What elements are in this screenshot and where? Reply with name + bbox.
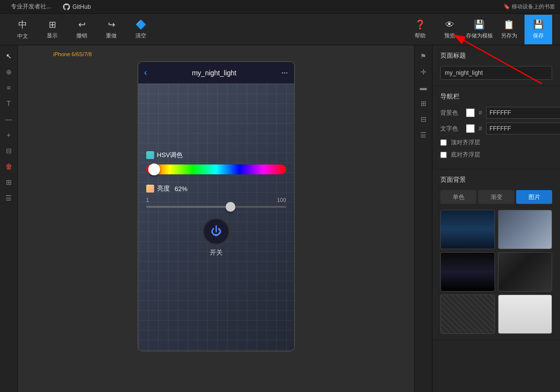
phone-title: my_night_light: [147, 69, 282, 77]
bg-thumb-4[interactable]: [498, 252, 553, 292]
undo-icon: ↩: [78, 19, 86, 30]
brightness-range: 1 100: [146, 197, 286, 203]
undo-button[interactable]: ↩ 撤销: [67, 15, 97, 44]
right-minus-icon[interactable]: ▬: [417, 81, 430, 95]
right-grid-icon[interactable]: ⊞: [417, 97, 430, 110]
main-area: ↖ ⊕ ≡ T — + ⊟ 🗑 ⊞ ☰ iPhone 6/6S/7/8 ‹ my…: [0, 45, 560, 392]
text-color-hex[interactable]: [486, 123, 560, 134]
tab-gradient[interactable]: 渐变: [478, 190, 514, 204]
hsv-section: HSV调色: [146, 151, 286, 174]
brightness-label: 亮度: [157, 184, 170, 193]
github-label: GitHub: [72, 3, 91, 10]
bg-color-label: 背景色: [440, 109, 462, 117]
display-button[interactable]: ⊞ 显示: [37, 15, 67, 44]
brightness-track: [146, 206, 230, 208]
bg-thumb-5[interactable]: [440, 294, 495, 334]
bg-tabs: 单色 渐变 图片: [440, 190, 552, 204]
redo-icon: ↪: [108, 19, 115, 30]
dev-tab[interactable]: 专业开发者社...: [5, 0, 57, 14]
bg-thumb-3[interactable]: [440, 252, 495, 292]
color-slider[interactable]: [146, 164, 286, 174]
canvas-area: iPhone 6/6S/7/8 ‹ my_night_light ··· HSV…: [18, 45, 414, 392]
right-list2-icon[interactable]: ☰: [417, 128, 430, 142]
sidebar-move-icon[interactable]: ⊕: [2, 65, 16, 79]
phone-more-button[interactable]: ···: [281, 68, 288, 77]
bg-color-swatch[interactable]: [466, 108, 475, 117]
bookmark-icon: 🔖: [503, 3, 510, 9]
clear-icon: 🔷: [135, 19, 146, 30]
save-template-button[interactable]: 💾 存储为模板: [465, 15, 493, 44]
display-icon: ⊞: [49, 19, 56, 30]
save-template-icon: 💾: [474, 19, 485, 30]
power-button[interactable]: ⏻: [202, 218, 230, 245]
bg-thumb-2[interactable]: [498, 210, 553, 249]
phone-content: HSV调色 亮度 62% 1 100: [138, 84, 294, 352]
sidebar-cursor-icon[interactable]: ↖: [2, 49, 16, 63]
text-color-swatch[interactable]: [466, 124, 475, 133]
right-flag-icon[interactable]: ⚑: [417, 49, 430, 63]
preview-icon: 👁: [445, 20, 454, 30]
device-label: iPhone 6/6S/7/8: [53, 51, 92, 57]
brightness-icon: [146, 185, 154, 193]
hsv-label: HSV调色: [157, 151, 183, 160]
redo-button[interactable]: ↪ 重做: [97, 15, 126, 44]
brightness-max: 100: [277, 197, 286, 203]
help-icon: ❓: [415, 19, 426, 30]
right-toolbar: ⚑ ✛ ▬ ⊞ ⊟ ☰: [414, 45, 432, 392]
bg-thumb-1[interactable]: [440, 210, 495, 249]
brightness-section: 亮度 62% 1 100: [146, 184, 286, 208]
sidebar-minus-icon[interactable]: —: [2, 112, 16, 126]
font-icon: 中: [18, 19, 27, 31]
top-float-row: 顶对齐浮层: [440, 138, 552, 147]
clear-button[interactable]: 🔷 清空: [126, 15, 156, 44]
hash-text: #: [479, 125, 482, 132]
top-float-checkbox[interactable]: [440, 139, 447, 146]
sidebar-trash-icon[interactable]: 🗑: [2, 160, 16, 173]
sidebar-align-icon[interactable]: ⊟: [2, 144, 16, 158]
nav-section: 导航栏 背景色 # 文字色 # 顶对齐浮层 底对齐浮层: [432, 86, 560, 169]
bottom-float-label: 底对齐浮层: [451, 151, 480, 159]
preview-button[interactable]: 👁 预览: [436, 15, 463, 44]
sidebar-columns-icon[interactable]: ⊞: [2, 175, 16, 189]
brightness-value: 62%: [175, 185, 188, 193]
bg-color-row: 背景色 #: [440, 107, 552, 119]
color-slider-thumb: [148, 163, 160, 175]
top-bar-right: 🔖 移动设备上的书签: [503, 3, 555, 10]
page-title-section: 页面标题: [432, 45, 560, 86]
dev-tab-label: 专业开发者社...: [11, 2, 51, 11]
save-icon: 💾: [533, 19, 544, 30]
brightness-min: 1: [146, 197, 149, 203]
bg-color-hex[interactable]: [486, 107, 560, 119]
right-columns2-icon[interactable]: ⊟: [417, 112, 430, 126]
hsv-cube-icon: [146, 151, 154, 159]
save-button[interactable]: 💾 保存: [525, 15, 552, 44]
github-tab[interactable]: GitHub: [57, 0, 97, 14]
bg-thumb-6[interactable]: [498, 294, 553, 334]
text-color-label: 文字色: [440, 125, 462, 133]
page-bg-heading: 页面背景: [440, 175, 552, 184]
bottom-float-checkbox[interactable]: [440, 152, 447, 158]
sidebar-text-icon[interactable]: T: [2, 97, 16, 110]
page-bg-section: 页面背景 单色 渐变 图片: [432, 169, 560, 340]
text-color-row: 文字色 #: [440, 123, 552, 134]
sidebar-list-icon[interactable]: ☰: [2, 191, 16, 205]
font-button[interactable]: 中 中文: [8, 15, 37, 44]
help-button[interactable]: ❓ 帮助: [406, 15, 434, 44]
page-title-heading: 页面标题: [440, 51, 552, 60]
tab-solid[interactable]: 单色: [440, 190, 476, 204]
left-sidebar: ↖ ⊕ ≡ T — + ⊟ 🗑 ⊞ ☰: [0, 45, 18, 392]
top-float-label: 顶对齐浮层: [451, 138, 480, 147]
hsv-title: HSV调色: [146, 151, 286, 160]
page-title-input[interactable]: [440, 66, 552, 80]
bg-image-grid: [440, 210, 552, 334]
tab-image[interactable]: 图片: [516, 190, 552, 204]
nav-heading: 导航栏: [440, 92, 552, 101]
top-bar: 专业开发者社... GitHub 🔖 移动设备上的书签: [0, 0, 560, 14]
right-cross-icon[interactable]: ✛: [417, 65, 430, 79]
sidebar-nav-icon[interactable]: ≡: [2, 81, 16, 95]
power-button-area: ⏻ 开关: [146, 218, 286, 257]
brightness-slider[interactable]: [146, 206, 286, 208]
sidebar-add-icon[interactable]: +: [2, 128, 16, 142]
brightness-title: 亮度 62%: [146, 184, 286, 193]
save-as-button[interactable]: 📋 另存为: [495, 15, 523, 44]
